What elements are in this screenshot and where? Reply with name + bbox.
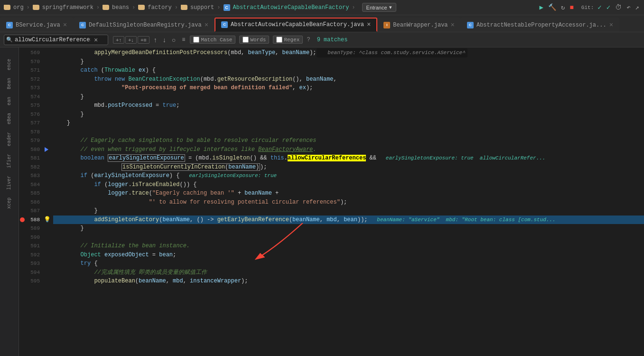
search-input[interactable] — [15, 37, 91, 43]
code-line-593: try { — [53, 259, 644, 268]
filter-icon[interactable]: ≡ — [182, 37, 185, 43]
tab-abstractautowire[interactable]: C AbstractAutowireCapableBeanFactory.jav… — [215, 18, 377, 32]
line-number-571: 571 — [19, 66, 40, 75]
add-below-button[interactable]: +↓ — [125, 36, 137, 44]
entrance-button[interactable]: Entrance ▾ — [362, 3, 396, 12]
sidebar-label-bean[interactable]: Bean — [6, 76, 13, 91]
play-icon[interactable]: ▶ — [539, 2, 544, 12]
breadcrumb-factory[interactable]: factory — [138, 4, 171, 11]
line-number-585: 585 — [19, 189, 40, 198]
code-line-594: //完成属性填充 即类的成员变量的赋值工作 — [53, 268, 644, 277]
gutter: 💡 — [44, 47, 53, 356]
words-option[interactable]: Words — [239, 36, 269, 44]
breadcrumb-class[interactable]: C AbstractAutowireCapableBeanFactory — [224, 4, 349, 11]
sidebar-label-eader[interactable]: eader — [6, 130, 13, 148]
line-number-592: 592 — [19, 251, 40, 260]
line-number-586: 586 — [19, 198, 40, 207]
breadcrumb-beans[interactable]: beans — [103, 4, 129, 11]
tab-bar: C BService.java × C DefaultSingletonBean… — [0, 15, 644, 32]
regex-checkbox[interactable] — [276, 37, 282, 43]
clock-icon[interactable]: ⏱ — [614, 3, 623, 12]
refresh-icon[interactable]: ↻ — [560, 2, 566, 12]
sidebar-label-ence[interactable]: ence — [6, 57, 13, 72]
build-icon[interactable]: 🔨 — [547, 2, 557, 12]
code-line-589: } — [53, 224, 644, 233]
match-count: 9 matches — [317, 37, 348, 43]
breadcrumb-support[interactable]: support — [181, 4, 214, 11]
git-check2-icon[interactable]: ✓ — [606, 2, 611, 12]
add-above-button[interactable]: +↑ — [113, 36, 124, 44]
external-icon[interactable]: ↗ — [635, 2, 640, 12]
chevron-down-icon: ▾ — [389, 4, 392, 10]
line-number-593: 593 — [19, 259, 40, 268]
lightbulb-icon[interactable]: 💡 — [44, 216, 51, 223]
code-line-577: } — [53, 119, 644, 128]
java-icon: C — [467, 22, 474, 28]
tab-defaultsingleton[interactable]: C DefaultSingletonBeanRegistry.java × — [73, 18, 215, 32]
sidebar-label-ean[interactable]: ean — [6, 95, 13, 107]
breadcrumb-org[interactable]: org — [4, 4, 24, 11]
java-icon: C — [79, 22, 86, 28]
code-line-591: // Initialize the bean instance. — [53, 242, 644, 251]
tab-bservice[interactable]: C BService.java × — [0, 18, 73, 32]
regex-help-icon[interactable]: ? — [307, 37, 310, 43]
sidebar-label-xcep[interactable]: xcep — [6, 196, 13, 211]
breadcrumb-springframework[interactable]: springframework — [33, 4, 93, 11]
stop-icon[interactable]: ■ — [569, 3, 574, 12]
tab-abstractnestable[interactable]: C AbstractNestablePropertyAccessor.ja...… — [461, 18, 619, 32]
line-number-569: 569 — [19, 48, 40, 57]
close-tab-icon[interactable]: × — [205, 21, 208, 29]
close-tab-icon[interactable]: × — [367, 21, 371, 28]
match-case-option[interactable]: Match Case — [190, 36, 235, 44]
close-tab-icon[interactable]: × — [451, 21, 455, 29]
code-line-582: isSingletonCurrentlyInCreation(beanName)… — [53, 163, 644, 172]
line-number-573: 573 — [19, 84, 40, 93]
next-match-button[interactable]: ↓ — [161, 35, 168, 45]
search-input-wrap[interactable]: 🔍 × — [4, 35, 108, 45]
undo-icon[interactable]: ↶ — [625, 2, 631, 12]
prev-match-button[interactable]: ↑ — [152, 35, 159, 45]
sidebar-label-ifier[interactable]: ifier — [6, 152, 13, 170]
java-class-icon: C — [224, 4, 230, 11]
code-line-590 — [53, 233, 644, 242]
code-line-585: logger.trace("Eagerly caching bean '" + … — [53, 189, 644, 198]
close-tab-icon[interactable]: × — [609, 21, 613, 29]
folder-icon — [103, 5, 109, 10]
match-case-checkbox[interactable] — [193, 37, 199, 43]
line-number-576: 576 — [19, 110, 40, 119]
sidebar-label-liver[interactable]: liver — [6, 174, 13, 192]
search-icon: 🔍 — [6, 37, 13, 43]
git-check-icon[interactable]: ✓ — [597, 2, 602, 12]
line-number-584: 584 — [19, 180, 40, 189]
line-number-572: 572 — [19, 75, 40, 84]
code-line-580: // even when triggered by lifecycle inte… — [53, 145, 644, 154]
code-line-592: Object exposedObject = bean; — [53, 251, 644, 260]
breakpoint-icon — [20, 217, 25, 222]
code-line-587: } — [53, 206, 644, 215]
code-line-578 — [53, 128, 644, 137]
add-all-button[interactable]: +≡ — [138, 36, 149, 44]
line-number-578: 578 — [19, 128, 40, 137]
line-number-580: 580 — [19, 145, 40, 154]
folder-icon — [4, 5, 10, 10]
line-number-570: 570 — [19, 57, 40, 66]
sidebar-label-ebea[interactable]: eBea — [6, 111, 13, 126]
code-editor: 569 570 571 572 573 574 575 576 577 578 … — [19, 47, 644, 356]
regex-option[interactable]: Regex — [273, 36, 303, 44]
breadcrumb-bar: org › springframework › beans › factory … — [0, 0, 644, 15]
search-bar: 🔍 × +↑ +↓ +≡ ↑ ↓ ○ ≡ Match Case Words Re… — [0, 32, 644, 47]
close-tab-icon[interactable]: × — [63, 21, 67, 29]
find-whole-button[interactable]: ○ — [170, 35, 177, 45]
line-number-582: 582 — [19, 163, 40, 172]
code-line-579: // Eagerly cache singletons to be able t… — [53, 136, 644, 145]
words-checkbox[interactable] — [243, 37, 249, 43]
code-line-588: addSingletonFactory(beanName, () -> getE… — [53, 215, 644, 225]
clear-search-button[interactable]: × — [93, 35, 99, 45]
code-line-584: if (logger.isTraceEnabled()) { — [53, 180, 644, 189]
code-line-571: catch (Throwable ex) { — [53, 66, 644, 75]
line-number-591: 591 — [19, 242, 40, 251]
line-number-575: 575 — [19, 101, 40, 110]
tab-beanwrapper[interactable]: I BeanWrapper.java × — [377, 18, 461, 32]
line-number-574: 574 — [19, 93, 40, 102]
folder-icon — [33, 5, 39, 10]
